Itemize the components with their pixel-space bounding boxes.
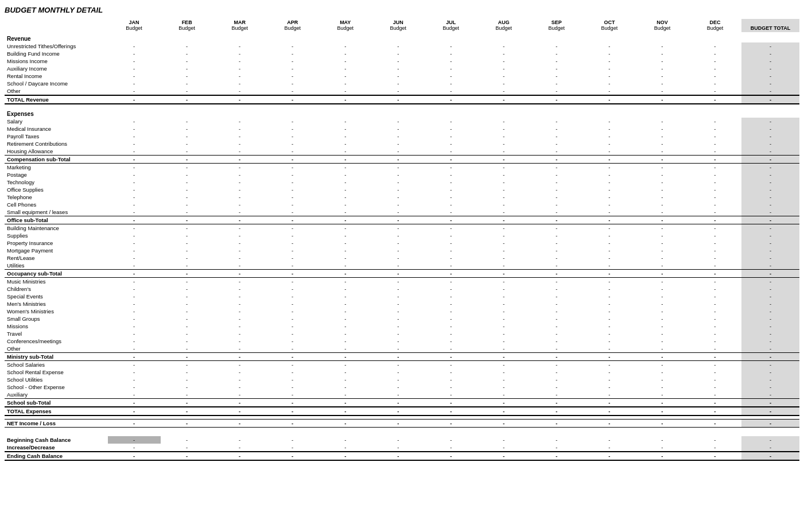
list-item: Cell Phones ------------- (5, 201, 799, 208)
label-header (5, 19, 108, 32)
list-item: Special Events ------------- (5, 293, 799, 300)
mar-header: MARBudget (213, 19, 266, 32)
list-item: Retirement Contributions ------------- (5, 140, 799, 147)
total-expenses-row: TOTAL Expenses ------------- (5, 407, 799, 415)
oct-header: OCTBudget (583, 19, 636, 32)
list-item: Postage ------------- (5, 171, 799, 178)
page-title: BUDGET MONTHLY DETAIL (5, 6, 799, 14)
aug-header: AUGBudget (477, 19, 530, 32)
list-item: Music Ministries ------------- (5, 278, 799, 286)
occupancy-subtotal-row: Occupancy sub-Total ------------- (5, 270, 799, 278)
list-item: Women's Ministries ------------- (5, 308, 799, 315)
list-item: Housing Allowance ------------- (5, 147, 799, 156)
list-item: Building Maintenance ------------- (5, 224, 799, 232)
ending-cash-balance-row: Ending Cash Balance ------------- (5, 452, 799, 460)
list-item: Auxiliary ------------- (5, 391, 799, 399)
office-subtotal-row: Office sub-Total ------------- (5, 216, 799, 224)
jul-header: JULBudget (425, 19, 477, 32)
nov-header: NOVBudget (636, 19, 689, 32)
expenses-section-header: Expenses (5, 107, 799, 118)
list-item: Utilities ------------- (5, 262, 799, 270)
list-item: School / Daycare Income ------------- (5, 80, 799, 87)
net-income-row: NET Income / Loss ------------- (5, 419, 799, 427)
ministry-subtotal-row: Ministry sub-Total ------------- (5, 353, 799, 361)
list-item: Small Groups ------------- (5, 315, 799, 323)
list-item: Missions ------------- (5, 323, 799, 330)
list-item: Building Fund Income ------------- (5, 50, 799, 57)
increase-decrease-row: Increase/Decrease ------------- (5, 444, 799, 452)
list-item: School Utilities ------------- (5, 376, 799, 383)
sep-header: SEPBudget (530, 19, 583, 32)
beginning-cash-balance-row: Beginning Cash Balance - ------------ (5, 436, 799, 444)
may-header: MAYBudget (319, 19, 372, 32)
list-item: Marketing ------------- (5, 164, 799, 172)
list-item: School Salaries ------------- (5, 361, 799, 369)
compensation-subtotal-row: Compensation sub-Total ------------- (5, 156, 799, 164)
jan-header: JANBudget (108, 19, 161, 32)
feb-header: FEBBudget (161, 19, 213, 32)
list-item: Other ------------- (5, 345, 799, 353)
apr-header: APRBudget (266, 19, 319, 32)
list-item: Technology ------------- (5, 178, 799, 186)
list-item: Telephone ------------- (5, 193, 799, 201)
list-item: Payroll Taxes ------------- (5, 133, 799, 140)
list-item: Small equipment / leases ------------- (5, 208, 799, 216)
budget-total-header: BUDGET TOTAL (741, 19, 799, 32)
list-item: Travel ------------- (5, 330, 799, 337)
jun-header: JUNBudget (372, 19, 425, 32)
list-item: Property Insurance ------------- (5, 239, 799, 247)
list-item: Office Supplies ------------- (5, 186, 799, 193)
list-item: Missions Income ------------- (5, 57, 799, 65)
list-item: School - Other Expense ------------- (5, 383, 799, 391)
list-item: Mortgage Payment ------------- (5, 247, 799, 254)
list-item: Children's ------------- (5, 285, 799, 293)
school-subtotal-row: School sub-Total ------------- (5, 399, 799, 407)
budget-table: JANBudget FEBBudget MARBudget APRBudget … (5, 19, 799, 461)
revenue-total-row: TOTAL Revenue ------------- (5, 95, 799, 104)
revenue-section-header: Revenue (5, 32, 799, 42)
list-item: Other ------------- (5, 87, 799, 95)
list-item: Conferences/meetings ------------- (5, 337, 799, 345)
list-item: Men's Ministries ------------- (5, 300, 799, 308)
list-item: Auxiliary Income ------------- (5, 65, 799, 72)
list-item: Salary ------------- (5, 118, 799, 125)
list-item: Medical Insurance ------------- (5, 125, 799, 133)
list-item: School Rental Expense ------------- (5, 368, 799, 376)
list-item: Rent/Lease ------------- (5, 254, 799, 262)
list-item: Supplies ------------- (5, 232, 799, 239)
dec-header: DECBudget (689, 19, 741, 32)
list-item: Unrestricted Tithes/Offerings ----------… (5, 42, 799, 50)
list-item: Rental Income ------------- (5, 72, 799, 80)
